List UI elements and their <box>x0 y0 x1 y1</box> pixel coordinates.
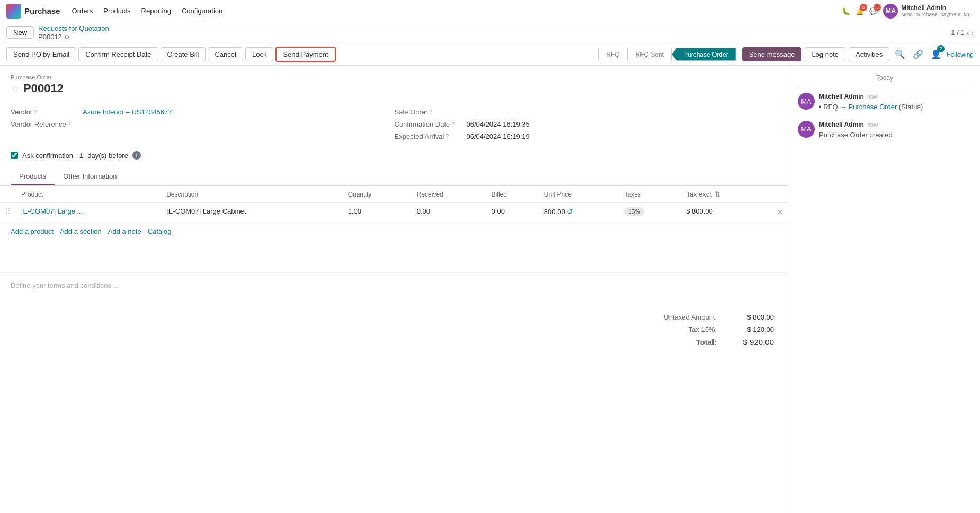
product-tax-excl: $ 800.00 <box>681 203 771 222</box>
products-panel: Product Description Quantity Received Bi… <box>0 186 789 241</box>
chat-icon[interactable]: 💬 3 <box>869 6 878 16</box>
confirm-receipt-date-button[interactable]: Confirm Receipt Date <box>78 47 158 61</box>
notification-bell-icon[interactable]: 🔔 5 <box>856 6 864 16</box>
settings-gear-icon[interactable]: ⚙ <box>64 33 70 41</box>
confirmation-date-field: Confirmation Date ? 06/04/2024 16:19:35 <box>395 118 779 130</box>
chat-entry-1: MA Mitchell Admin now • RFQ → Purchase O… <box>798 93 972 112</box>
create-bill-button[interactable]: Create Bill <box>161 47 206 61</box>
sale-order-field: Sale Order ? <box>395 106 779 118</box>
brand-name: Purchase <box>24 6 60 15</box>
col-billed: Billed <box>486 186 539 203</box>
totals-section: Untaxed Amount: $ 800.00 Tax 15%: $ 120.… <box>0 304 789 356</box>
link-icon-button[interactable]: 🔗 <box>911 47 925 61</box>
product-description: [E-COM07] Large Cabinet <box>161 203 342 222</box>
breadcrumb-current: P00012 <box>38 33 62 41</box>
expected-arrival-help-icon[interactable]: ? <box>446 134 449 139</box>
chat-avatar-img-2: MA <box>798 121 815 138</box>
tax-value: $ 120.00 <box>721 324 777 335</box>
chat-time-1: now <box>867 93 878 100</box>
form-fields: Vendor ? Azure Interior – US12345677 Ven… <box>0 102 789 147</box>
status-rfq-sent[interactable]: RFQ Sent <box>628 48 672 61</box>
add-note-link[interactable]: Add a note <box>108 227 141 235</box>
total-value: $ 920.00 <box>721 336 777 348</box>
table-row: ⠿ [E-COM07] Large ... [E-COM07] Large Ca… <box>0 203 789 222</box>
status-purchase-order[interactable]: Purchase Order <box>672 48 736 61</box>
breadcrumb-parent[interactable]: Requests for Quotation <box>38 24 109 32</box>
total-label: Total: <box>631 336 720 348</box>
search-icon-button[interactable]: 🔍 <box>893 47 907 61</box>
col-adjust-icon[interactable]: ⇅ <box>715 190 720 198</box>
bug-icon[interactable]: 🐛 <box>842 6 850 16</box>
products-table: Product Description Quantity Received Bi… <box>0 186 789 222</box>
add-section-link[interactable]: Add a section <box>60 227 102 235</box>
action-bar: Send PO by Email Confirm Receipt Date Cr… <box>0 43 980 66</box>
person-icon-button[interactable]: 👤2 <box>929 47 943 61</box>
col-product: Product <box>16 186 161 203</box>
tab-products[interactable]: Products <box>11 168 55 185</box>
expected-arrival-field: Expected Arrival ? 06/04/2024 16:19:19 <box>395 130 779 143</box>
catalog-link[interactable]: Catalog <box>148 227 172 235</box>
conf-date-help-icon[interactable]: ? <box>451 121 455 127</box>
bell-badge: 5 <box>860 4 867 11</box>
lock-button[interactable]: Lock <box>245 47 273 61</box>
chat-avatar-1: MA <box>798 93 815 110</box>
next-record-button[interactable]: › <box>971 29 974 37</box>
info-icon[interactable]: i <box>132 151 141 160</box>
product-quantity[interactable]: 1.00 <box>343 203 412 222</box>
action-right: Send message Log note Activities 🔍 🔗 👤2 … <box>742 47 974 61</box>
expected-arrival-value: 06/04/2024 16:19:19 <box>467 132 530 140</box>
ask-confirmation-checkbox[interactable] <box>11 152 18 159</box>
favorite-star-button[interactable]: ☆ <box>11 83 19 94</box>
col-drag <box>0 186 16 203</box>
drag-handle-icon[interactable]: ⠿ <box>5 207 11 216</box>
sale-order-help-icon[interactable]: ? <box>429 109 432 115</box>
prev-record-button[interactable]: ‹ <box>967 29 969 37</box>
totals-table: Untaxed Amount: $ 800.00 Tax 15%: $ 120.… <box>630 311 778 349</box>
send-po-by-email-button[interactable]: Send PO by Email <box>6 47 76 61</box>
vendor-help-icon[interactable]: ? <box>34 109 37 115</box>
refresh-icon[interactable]: ↺ <box>567 207 573 216</box>
order-number: P00012 <box>23 82 64 95</box>
product-received: 0.00 <box>412 203 486 222</box>
following-button[interactable]: Following <box>947 51 974 58</box>
terms-area[interactable]: Define your terms and conditions ... <box>0 272 789 304</box>
sidebar-chat: Today MA Mitchell Admin now • RFQ → Purc… <box>789 66 980 513</box>
product-link[interactable]: [E-COM07] Large ... <box>21 207 83 215</box>
confirmation-date-value: 06/04/2024 16:19:35 <box>467 120 530 128</box>
add-links: Add a product Add a section Add a note C… <box>0 222 789 241</box>
add-product-link[interactable]: Add a product <box>11 227 54 235</box>
col-unit-price: Unit Price <box>539 186 619 203</box>
delete-row-button[interactable]: ✕ <box>777 207 783 217</box>
activities-button[interactable]: Activities <box>849 47 889 61</box>
navbar-right: 🐛 🔔 5 💬 3 MA Mitchell Admin send_purchas… <box>842 4 974 19</box>
chat-badge: 3 <box>874 4 881 11</box>
navbar-menu: Orders Products Reporting Configuration <box>67 5 228 17</box>
nav-products[interactable]: Products <box>98 5 136 17</box>
terms-placeholder: Define your terms and conditions ... <box>11 281 119 289</box>
nav-position: 1 / 1 <box>951 29 964 37</box>
user-menu[interactable]: MA Mitchell Admin send_purchase_payment_… <box>883 4 974 19</box>
col-quantity: Quantity <box>343 186 412 203</box>
vendor-ref-help-icon[interactable]: ? <box>68 121 71 127</box>
chat-avatar-2: MA <box>798 121 815 138</box>
form-header: Purchase Order ☆ P00012 <box>0 66 789 102</box>
ask-confirmation-row: Ask confirmation 1 day(s) before i <box>0 147 789 164</box>
main-content: Purchase Order ☆ P00012 Vendor ? Azure I… <box>0 66 980 513</box>
status-rfq[interactable]: RFQ <box>598 48 627 61</box>
log-note-button[interactable]: Log note <box>805 47 845 61</box>
untaxed-value: $ 800.00 <box>721 312 777 323</box>
tab-other-information[interactable]: Other Information <box>55 168 125 185</box>
nav-orders[interactable]: Orders <box>67 5 99 17</box>
nav-configuration[interactable]: Configuration <box>176 5 228 17</box>
cancel-button[interactable]: Cancel <box>208 47 243 61</box>
spacer <box>0 241 789 272</box>
col-tax-excl: Tax excl. ⇅ <box>681 186 771 203</box>
chat-time-2: now <box>867 121 878 128</box>
chat-message-1: • RFQ → Purchase Order (Status) <box>819 102 972 112</box>
send-message-button[interactable]: Send message <box>742 47 802 61</box>
send-payment-button[interactable]: Send Payment <box>275 47 335 62</box>
vendor-value[interactable]: Azure Interior – US12345677 <box>83 108 172 116</box>
tax-badge[interactable]: 15% <box>624 207 644 216</box>
new-button[interactable]: New <box>6 26 34 39</box>
nav-reporting[interactable]: Reporting <box>136 5 176 17</box>
